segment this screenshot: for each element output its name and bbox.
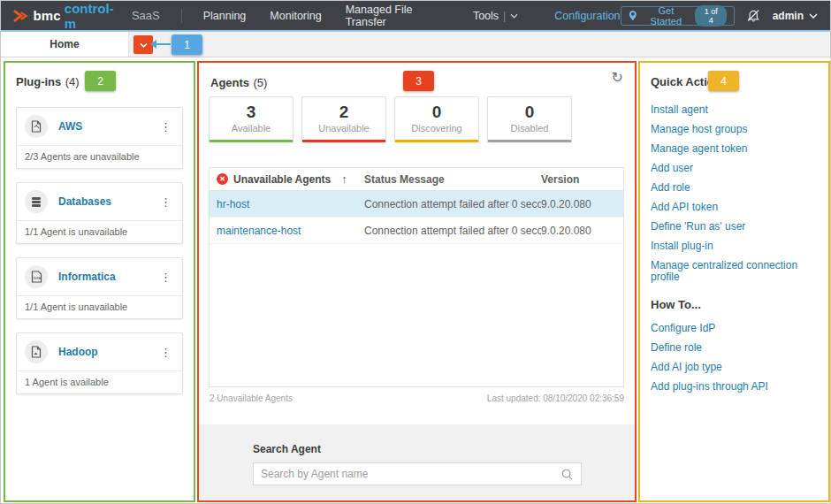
search-agent-label: Search Agent (253, 443, 321, 455)
stat-available-value: 3 (247, 103, 256, 122)
table-summary-text: 2 Unavailable Agents (210, 393, 293, 403)
plugins-count: (4) (65, 75, 80, 88)
link-manage-agent-token[interactable]: Manage agent token (651, 143, 818, 155)
link-manage-centralized-connection-profile[interactable]: Manage centralized connection profile (651, 260, 818, 283)
how-to-title: How To... (651, 298, 818, 311)
stat-disabled-value: 0 (525, 103, 535, 122)
last-updated-text: Last updated: 08/10/2020 02:36:59 (487, 393, 624, 403)
kebab-menu-icon[interactable]: ⋮ (157, 195, 174, 210)
table-header-row: ✕ Unavailable Agents ↑ Status Message Ve… (210, 168, 623, 191)
stat-disabled-label: Disabled (511, 123, 549, 134)
plugins-title: Plug-ins (16, 75, 61, 88)
stat-card-available[interactable]: 3 Available (209, 96, 294, 142)
nav-item-managed-file-transfer[interactable]: Managed File Transfer (346, 4, 449, 28)
error-status-icon: ✕ (217, 173, 228, 185)
search-box (253, 462, 582, 485)
link-install-agent[interactable]: Install agent (651, 104, 818, 116)
column-header-version[interactable]: Version (541, 173, 623, 186)
refresh-icon[interactable]: ↻ (612, 71, 623, 85)
get-started-button[interactable]: Get Started 1 of 4 (621, 6, 736, 26)
plugin-card-informatica: INFA Informatica ⋮ 1/1 Agent is unavaila… (16, 257, 183, 319)
plugin-status-hadoop: 1 Agent is available (17, 371, 182, 393)
infa-file-icon: INFA (25, 265, 48, 288)
plugin-card-list: AWS ⋮ 2/3 Agents are unavailable Databas… (16, 107, 183, 394)
kebab-menu-icon[interactable]: ⋮ (157, 345, 174, 360)
image-file-icon (25, 340, 48, 363)
link-add-user[interactable]: Add user (651, 163, 818, 174)
how-to-links: Configure IdP Define role Add AI job typ… (651, 323, 818, 401)
link-configure-idp[interactable]: Configure IdP (651, 323, 818, 334)
stat-card-unavailable[interactable]: 2 Unavailable (301, 96, 386, 142)
plugin-link-databases[interactable]: Databases (58, 195, 111, 208)
plugin-card-hadoop: Hadoop ⋮ 1 Agent is available (16, 332, 183, 394)
column-header-status-message[interactable]: Status Message (364, 173, 541, 186)
location-pin-icon (629, 10, 637, 21)
user-name: admin (773, 10, 804, 22)
agent-link-hr-host[interactable]: hr-host (217, 198, 249, 210)
kebab-menu-icon[interactable]: ⋮ (157, 119, 174, 134)
link-add-api-token[interactable]: Add API token (651, 202, 818, 213)
annotation-badge-4: 4 (708, 71, 739, 91)
app-window: bmc control-m SaaS Planning Monitoring M… (0, 0, 831, 504)
plugin-link-informatica[interactable]: Informatica (58, 271, 116, 283)
nav-item-tools[interactable]: Tools | (473, 10, 518, 22)
agents-count: (5) (254, 76, 268, 89)
agent-link-maintenance-host[interactable]: maintenance-host (217, 225, 301, 237)
logo-text-product: control-m (65, 1, 124, 31)
get-started-progress-badge: 1 of 4 (695, 5, 727, 27)
agents-panel: Agents (5) 3 ↻ 3 Available 2 Unavailable… (197, 61, 637, 502)
agent-status-message: Connection attempt failed after 0 seco..… (364, 198, 541, 210)
stat-unavailable-value: 2 (339, 103, 349, 122)
quick-actions-links: Install agent Manage host groups Manage … (651, 104, 818, 291)
link-add-plug-ins-through-api[interactable]: Add plug-ins through API (651, 381, 818, 393)
plugin-status-informatica: 1/1 Agent is unavailable (17, 296, 182, 318)
chevron-down-icon (510, 13, 518, 19)
link-add-role[interactable]: Add role (651, 182, 818, 194)
stat-card-disabled[interactable]: 0 Disabled (487, 96, 572, 142)
tab-home[interactable]: Home (1, 32, 129, 57)
logo-text-bmc: bmc (33, 8, 60, 23)
agents-title: Agents (210, 76, 249, 89)
user-menu[interactable]: admin (773, 10, 818, 22)
plugin-card-aws-header: AWS ⋮ (17, 108, 182, 146)
plugin-card-databases: Databases ⋮ 1/1 Agent is unavailable (16, 182, 183, 244)
logo-nav-divider (181, 9, 182, 23)
link-define-run-as-user[interactable]: Define 'Run as' user (651, 221, 818, 233)
nav-item-planning[interactable]: Planning (203, 10, 247, 22)
column-header-label: Unavailable Agents (233, 173, 331, 186)
plugin-link-hadoop[interactable]: Hadoop (58, 346, 98, 358)
link-add-ai-job-type[interactable]: Add AI job type (651, 362, 818, 373)
kebab-menu-icon[interactable]: ⋮ (157, 270, 174, 285)
plugin-status-databases: 1/1 Agent is unavailable (17, 221, 182, 243)
nav-item-configuration[interactable]: Configuration (554, 10, 620, 22)
main-nav: Planning Monitoring Managed File Transfe… (203, 4, 621, 28)
annotation-badge-3: 3 (403, 71, 434, 91)
plugin-card-hadoop-header: Hadoop ⋮ (17, 333, 182, 371)
table-row[interactable]: maintenance-host Connection attempt fail… (210, 218, 623, 244)
sort-ascending-icon: ↑ (341, 173, 347, 186)
link-define-role[interactable]: Define role (651, 342, 818, 354)
stat-discovering-label: Discovering (411, 123, 461, 134)
database-icon (25, 190, 48, 213)
nav-item-monitoring[interactable]: Monitoring (270, 10, 321, 22)
bmc-logo: bmc control-m SaaS (13, 1, 160, 31)
plugins-panel: Plug-ins (4) 2 AWS ⋮ 2/3 Agents are unav… (4, 61, 195, 502)
plugin-card-aws: AWS ⋮ 2/3 Agents are unavailable (16, 107, 183, 169)
search-icon (560, 468, 574, 481)
plugin-link-aws[interactable]: AWS (58, 120, 82, 133)
notifications-muted-icon[interactable] (746, 9, 761, 22)
svg-text:INFA: INFA (33, 276, 41, 280)
search-agent-input[interactable] (254, 468, 560, 480)
get-started-label: Get Started (642, 5, 690, 27)
agents-panel-header: Agents (5) (210, 74, 267, 90)
topbar-right-actions: Get Started 1 of 4 admin (621, 6, 818, 26)
table-row[interactable]: hr-host Connection attempt failed after … (210, 191, 623, 218)
column-header-unavailable-agents[interactable]: ✕ Unavailable Agents ↑ (210, 173, 364, 186)
agent-search-section: Search Agent (199, 424, 635, 500)
link-install-plug-in[interactable]: Install plug-in (651, 241, 818, 252)
quick-actions-panel: Quick Actions 4 Install agent Manage hos… (638, 61, 830, 502)
stat-card-discovering[interactable]: 0 Discovering (394, 96, 479, 142)
file-icon (25, 115, 48, 138)
link-manage-host-groups[interactable]: Manage host groups (651, 124, 818, 135)
agent-status-summary: 3 Available 2 Unavailable 0 Discovering … (209, 96, 572, 142)
